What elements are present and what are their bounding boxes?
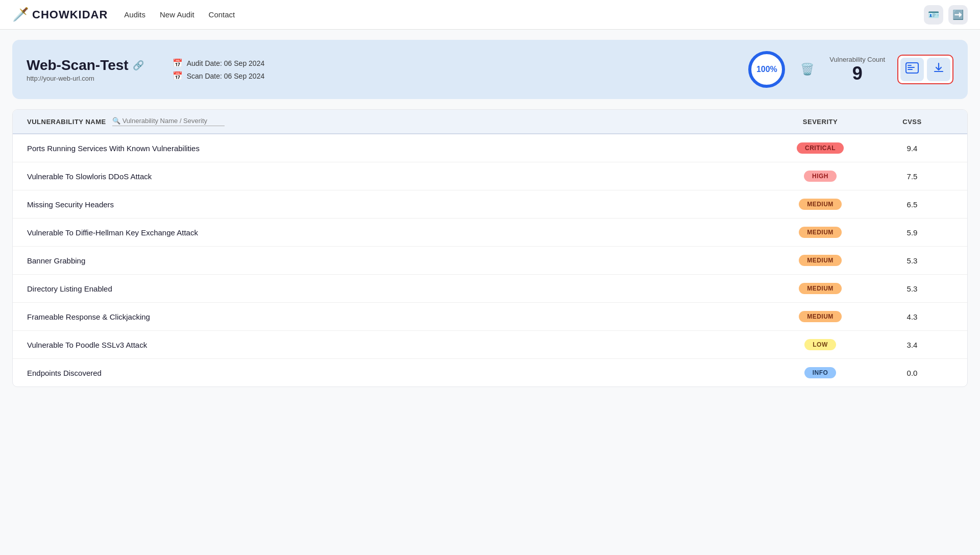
nav-new-audit[interactable]: New Audit [160, 10, 194, 19]
vuln-name-1: Vulnerable To Slowloris DDoS Attack [27, 172, 769, 181]
header-card: Web-Scan-Test 🔗 http://your-web-url.com … [12, 40, 968, 99]
download-button[interactable] [927, 58, 950, 81]
severity-badge-0: CRITICAL [797, 142, 844, 154]
navbar-right: 🪪 ➡️ [924, 5, 968, 25]
vuln-name-6: Frameable Response & Clickjacking [27, 312, 769, 321]
cvss-cell-0: 9.4 [871, 144, 953, 153]
severity-badge-2: MEDIUM [799, 199, 842, 210]
audit-date-row: 📅 Audit Date: 06 Sep 2024 [173, 58, 265, 68]
th-vuln-name: VULNERABILITY NAME 🔍 [27, 117, 769, 126]
severity-cell-8: INFO [769, 367, 871, 378]
severity-cell-4: MEDIUM [769, 255, 871, 266]
user-icon: 🪪 [928, 9, 939, 20]
action-buttons-group [897, 55, 953, 84]
cvss-cell-3: 5.9 [871, 228, 953, 237]
table-row[interactable]: Vulnerable To Slowloris DDoS Attack HIGH… [13, 162, 967, 190]
cvss-cell-5: 5.3 [871, 284, 953, 293]
severity-cell-0: CRITICAL [769, 142, 871, 154]
nav-audits[interactable]: Audits [124, 10, 145, 19]
severity-badge-4: MEDIUM [799, 255, 842, 266]
severity-cell-7: LOW [769, 339, 871, 350]
header-title-block: Web-Scan-Test 🔗 http://your-web-url.com [27, 57, 144, 82]
logo-text: CHOWKIDAR [32, 8, 108, 21]
delete-button[interactable]: 🗑️ [797, 60, 817, 79]
header-title: Web-Scan-Test 🔗 [27, 57, 144, 74]
table-row[interactable]: Directory Listing Enabled MEDIUM 5.3 [13, 275, 967, 303]
vuln-name-5: Directory Listing Enabled [27, 284, 769, 293]
table-row[interactable]: Vulnerable To Poodle SSLv3 Attack LOW 3.… [13, 331, 967, 359]
user-icon-button[interactable]: 🪪 [924, 5, 943, 25]
calendar-icon-scan: 📅 [173, 71, 183, 81]
severity-badge-5: MEDIUM [799, 283, 842, 294]
nav-contact[interactable]: Contact [209, 10, 235, 19]
vuln-name-8: Endpoints Discovered [27, 369, 769, 377]
vuln-name-4: Banner Grabbing [27, 256, 769, 265]
svg-rect-3 [908, 69, 913, 70]
logout-icon-button[interactable]: ➡️ [948, 5, 968, 25]
severity-cell-6: MEDIUM [769, 311, 871, 322]
progress-value: 100% [756, 65, 777, 74]
severity-badge-3: MEDIUM [799, 227, 842, 238]
severity-badge-8: INFO [804, 367, 837, 378]
search-input[interactable] [122, 117, 225, 125]
share-icon[interactable]: 🔗 [133, 60, 144, 71]
table-header: VULNERABILITY NAME 🔍 SEVERITY CVSS [13, 110, 967, 134]
cvss-cell-2: 6.5 [871, 200, 953, 209]
vuln-count-label: Vulnerability Count [829, 56, 885, 63]
vulnerabilities-table: VULNERABILITY NAME 🔍 SEVERITY CVSS Ports… [12, 109, 968, 387]
view-report-icon [905, 62, 919, 77]
scan-date-row: 📅 Scan Date: 06 Sep 2024 [173, 71, 265, 81]
svg-rect-2 [908, 67, 915, 68]
logout-icon: ➡️ [952, 9, 964, 20]
table-row[interactable]: Vulnerable To Diffie-Hellman Key Exchang… [13, 219, 967, 247]
th-cvss: CVSS [871, 117, 953, 126]
severity-badge-1: HIGH [804, 171, 837, 182]
severity-badge-7: LOW [804, 339, 836, 350]
th-severity: SEVERITY [769, 117, 871, 126]
vuln-name-3: Vulnerable To Diffie-Hellman Key Exchang… [27, 228, 769, 237]
table-row[interactable]: Endpoints Discovered INFO 0.0 [13, 359, 967, 387]
severity-cell-2: MEDIUM [769, 199, 871, 210]
table-row[interactable]: Missing Security Headers MEDIUM 6.5 [13, 190, 967, 219]
trash-icon: 🗑️ [800, 63, 814, 76]
audit-date: Audit Date: 06 Sep 2024 [187, 59, 265, 67]
cvss-cell-1: 7.5 [871, 172, 953, 181]
severity-cell-1: HIGH [769, 171, 871, 182]
table-row[interactable]: Frameable Response & Clickjacking MEDIUM… [13, 303, 967, 331]
header-url: http://your-web-url.com [27, 75, 144, 82]
table-row[interactable]: Ports Running Services With Known Vulner… [13, 134, 967, 162]
scan-date: Scan Date: 06 Sep 2024 [187, 72, 265, 80]
vuln-name-2: Missing Security Headers [27, 200, 769, 209]
th-vuln-label: VULNERABILITY NAME [27, 118, 106, 126]
vuln-name-7: Vulnerable To Poodle SSLv3 Attack [27, 341, 769, 349]
severity-cell-5: MEDIUM [769, 283, 871, 294]
vuln-count-number: 9 [829, 63, 885, 84]
vuln-count-block: Vulnerability Count 9 [829, 56, 885, 84]
cvss-cell-8: 0.0 [871, 369, 953, 377]
download-icon [933, 62, 945, 77]
search-wrapper: 🔍 [112, 117, 225, 126]
table-body: Ports Running Services With Known Vulner… [13, 134, 967, 387]
progress-circle: 100% [748, 51, 785, 88]
severity-cell-3: MEDIUM [769, 227, 871, 238]
cvss-cell-6: 4.3 [871, 312, 953, 321]
navbar: 🗡️ CHOWKIDAR Audits New Audit Contact 🪪 … [0, 0, 980, 30]
table-row[interactable]: Banner Grabbing MEDIUM 5.3 [13, 247, 967, 275]
header-dates: 📅 Audit Date: 06 Sep 2024 📅 Scan Date: 0… [173, 58, 265, 81]
severity-badge-6: MEDIUM [799, 311, 842, 322]
svg-rect-1 [908, 65, 912, 66]
cvss-cell-4: 5.3 [871, 256, 953, 265]
logo: 🗡️ CHOWKIDAR [12, 7, 108, 22]
vuln-name-0: Ports Running Services With Known Vulner… [27, 144, 769, 153]
scan-title: Web-Scan-Test [27, 57, 129, 74]
view-report-button[interactable] [900, 58, 924, 81]
navbar-links: Audits New Audit Contact [124, 10, 235, 19]
logo-icon: 🗡️ [12, 7, 29, 22]
cvss-cell-7: 3.4 [871, 341, 953, 349]
search-icon: 🔍 [112, 117, 120, 125]
calendar-icon-audit: 📅 [173, 58, 183, 68]
